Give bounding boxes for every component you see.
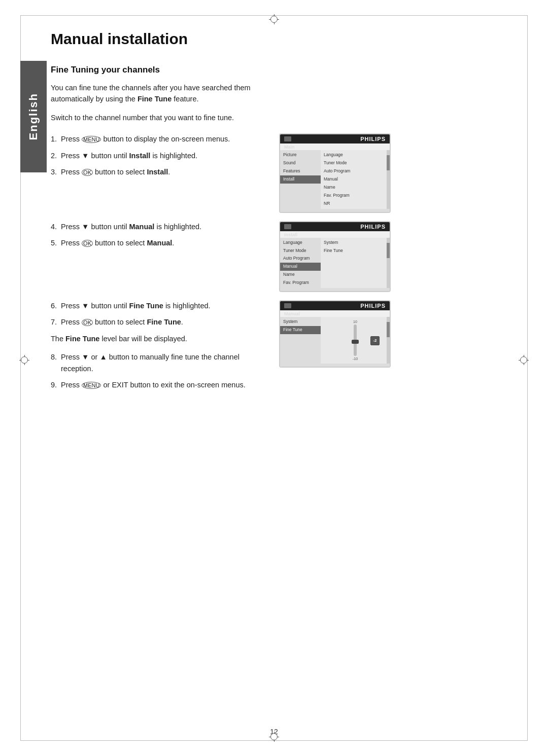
section-heading: Fine Tuning your channels (51, 65, 518, 75)
step-8: 8. Press ▼ or ▲ button to manually fine … (51, 351, 269, 374)
step-6: 6. Press ▼ button until Fine Tune is hig… (51, 300, 269, 311)
tv-row-name-2: Name (280, 271, 321, 279)
steps-list-1: 1. Press MENU button to display the on-s… (51, 133, 269, 177)
main-content: Manual installation Fine Tuning your cha… (51, 30, 518, 404)
border-right (527, 15, 528, 741)
tv-row-finetune-3: Fine Tune (280, 326, 321, 334)
tv-brand-3: PHILIPS (360, 303, 386, 309)
screenshots-right-1: PHILIPS Main Picture Sound Features Inst… (279, 133, 518, 212)
step-9: 9. Press MENU or EXIT button to exit the… (51, 379, 269, 390)
intro-text-2: Switch to the channel number that you wa… (51, 112, 269, 123)
steps-group-3: 6. Press ▼ button until Fine Tune is hig… (51, 300, 518, 396)
tv-screen-2: PHILIPS Install Language Tuner Mode Auto… (279, 221, 391, 292)
tv-row-finetune-2: Fine Tune (321, 247, 390, 255)
tv-row-picture: Picture (280, 151, 321, 159)
tv-screen-3: PHILIPS Manual System Fine Tune 10 (279, 300, 391, 368)
tv-row-tunermode-1: Tuner Mode (321, 159, 390, 167)
tv-row-nr-1: NR (321, 200, 390, 208)
tv-scrollbar-thumb-2 (387, 243, 390, 258)
steps-list-4: 8. Press ▼ or ▲ button to manually fine … (51, 351, 269, 390)
tv-row-favprogram-2: Fav. Program (280, 279, 321, 287)
tv-row-language-1: Language (321, 151, 390, 159)
crosshair-right (519, 355, 529, 365)
tv-body-2: Language Tuner Mode Auto Program Manual … (280, 238, 390, 288)
steps-list-2: 4. Press ▼ button until Manual is highli… (51, 221, 269, 249)
step-7: 7. Press OK button to select Fine Tune. (51, 316, 269, 328)
tv-right-col-2: System Fine Tune (321, 238, 390, 288)
tv-footer-3 (280, 364, 390, 367)
step-2: 2. Press ▼ button until Install is highl… (51, 150, 269, 161)
tv-row-features: Features (280, 167, 321, 175)
tv-row-sound: Sound (280, 159, 321, 167)
intro-text-1: You can fine tune the channels after you… (51, 82, 269, 105)
tv-left-col-1: Picture Sound Features Install (280, 150, 321, 208)
steps-group-2: 4. Press ▼ button until Manual is highli… (51, 221, 518, 292)
tv-screen-1: PHILIPS Main Picture Sound Features Inst… (279, 133, 391, 212)
slider-value: -2 (370, 336, 380, 345)
tv-row-install: Install (280, 175, 321, 184)
steps-left-1: 1. Press MENU button to display the on-s… (51, 133, 269, 212)
tv-row-manual-2: Manual (280, 263, 321, 271)
tv-row-tunermode-2: Tuner Mode (280, 247, 321, 255)
step-3: 3. Press OK button to select Install. (51, 166, 269, 177)
screenshots-right-3: PHILIPS Manual System Fine Tune 10 (279, 300, 518, 396)
tv-right-col-1: Language Tuner Mode Auto Program Manual … (321, 150, 390, 208)
step-5: 5. Press OK button to select Manual. (51, 237, 269, 248)
slider-value-box: -2 (370, 336, 380, 345)
tv-row-manual-1: Manual (321, 175, 390, 184)
step-4: 4. Press ▼ button until Manual is highli… (51, 221, 269, 232)
tv-row-empty3 (280, 188, 321, 190)
tv-footer-2 (280, 288, 390, 291)
tv-row-autoprogram-2: Auto Program (280, 255, 321, 263)
steps-group-1: 1. Press MENU button to display the on-s… (51, 133, 518, 212)
fine-tune-note: The Fine Tune level bar will be displaye… (51, 333, 269, 344)
tv-menu-label-2: Install (280, 231, 390, 238)
ok-button-icon-2: OK (82, 240, 93, 247)
slider-track (354, 325, 357, 356)
ok-button-icon-3: OK (82, 319, 93, 326)
tv-row-language-2: Language (280, 239, 321, 247)
language-sidebar-tab: English (20, 61, 47, 172)
slider-container: 10 -10 (353, 320, 358, 361)
tv-ft-left: System Fine Tune (280, 317, 321, 364)
tv-brand-1: PHILIPS (360, 136, 386, 142)
tv-scrollbar-thumb-1 (387, 155, 390, 170)
tv-icon-1 (284, 136, 291, 141)
tv-menu-label-3: Manual (280, 310, 390, 317)
tv-header-3: PHILIPS (280, 301, 390, 310)
tv-row-system-3: System (280, 318, 321, 326)
tv-header-2: PHILIPS (280, 222, 390, 231)
menu-button-icon-2: MENU (82, 382, 101, 389)
slider-label-top: 10 (353, 320, 357, 323)
tv-scrollbar-1 (387, 150, 390, 208)
slider-thumb (352, 340, 359, 344)
tv-left-col-2: Language Tuner Mode Auto Program Manual … (280, 238, 321, 288)
tv-row-autoprogram-1: Auto Program (321, 167, 390, 175)
screenshots-right-2: PHILIPS Install Language Tuner Mode Auto… (279, 221, 518, 292)
page-title: Manual installation (51, 30, 518, 51)
crosshair-top (269, 14, 279, 24)
tv-row-name-1: Name (321, 184, 390, 192)
tv-icon-2 (284, 224, 291, 229)
language-label: English (27, 93, 40, 140)
tv-header-1: PHILIPS (280, 134, 390, 143)
tv-scrollbar-thumb-3 (387, 322, 390, 337)
tv-scrollbar-2 (387, 238, 390, 288)
tv-menu-label-1: Main (280, 143, 390, 150)
tv-footer-1 (280, 209, 390, 212)
tv-row-system-2: System (321, 239, 390, 247)
tv-row-favprogram-1: Fav. Program (321, 192, 390, 200)
ok-button-icon-1: OK (82, 169, 93, 176)
crosshair-left (19, 355, 29, 365)
tv-ft-right: 10 -10 -2 (321, 317, 390, 364)
tv-brand-2: PHILIPS (360, 224, 386, 230)
step-1: 1. Press MENU button to display the on-s… (51, 133, 269, 145)
menu-button-icon: MENU (82, 136, 101, 143)
steps-left-2: 4. Press ▼ button until Manual is highli… (51, 221, 269, 292)
slider-label-bottom: -10 (353, 357, 358, 361)
tv-scrollbar-3 (387, 317, 390, 364)
tv-body-1: Picture Sound Features Install Language … (280, 150, 390, 208)
tv-finetune-body: System Fine Tune 10 -10 -2 (280, 317, 390, 364)
steps-left-3: 6. Press ▼ button until Fine Tune is hig… (51, 300, 269, 396)
tv-icon-3 (284, 303, 291, 308)
